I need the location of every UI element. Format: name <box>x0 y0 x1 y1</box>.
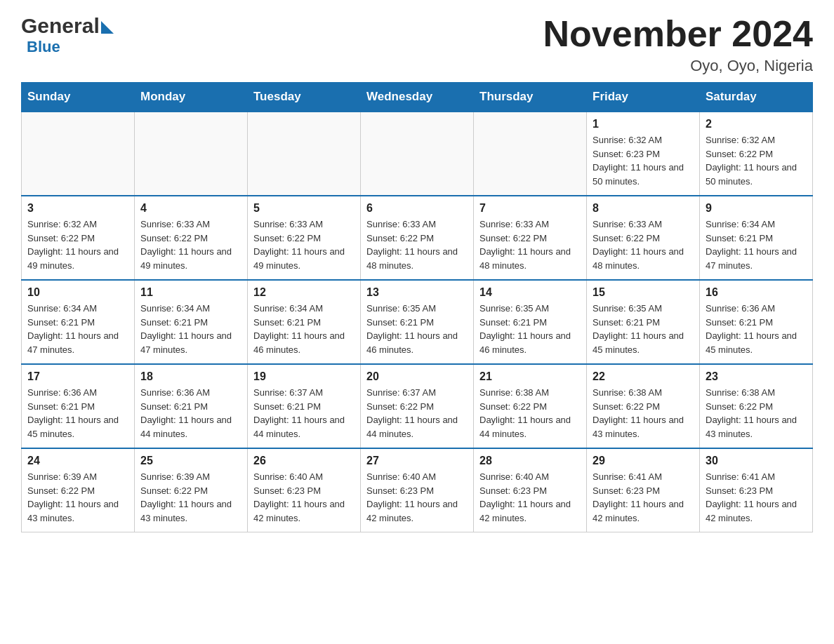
day-number: 16 <box>706 286 807 299</box>
logo-triangle-icon <box>101 21 114 34</box>
day-number: 13 <box>366 286 468 299</box>
day-info: Sunrise: 6:40 AM Sunset: 6:23 PM Dayligh… <box>366 470 468 525</box>
calendar-cell: 27Sunrise: 6:40 AM Sunset: 6:23 PM Dayli… <box>361 448 474 532</box>
day-number: 23 <box>706 370 807 383</box>
calendar-cell <box>474 112 587 196</box>
day-info: Sunrise: 6:33 AM Sunset: 6:22 PM Dayligh… <box>593 217 694 272</box>
day-number: 29 <box>593 455 694 467</box>
day-info: Sunrise: 6:38 AM Sunset: 6:22 PM Dayligh… <box>706 386 807 441</box>
day-number: 25 <box>140 455 241 467</box>
day-info: Sunrise: 6:38 AM Sunset: 6:22 PM Dayligh… <box>479 386 581 441</box>
day-number: 19 <box>253 370 355 383</box>
calendar-cell: 17Sunrise: 6:36 AM Sunset: 6:21 PM Dayli… <box>22 364 135 448</box>
day-info: Sunrise: 6:33 AM Sunset: 6:22 PM Dayligh… <box>366 217 468 272</box>
day-info: Sunrise: 6:36 AM Sunset: 6:21 PM Dayligh… <box>706 302 807 356</box>
logo-general-text: General <box>21 14 100 38</box>
day-info: Sunrise: 6:35 AM Sunset: 6:21 PM Dayligh… <box>366 302 468 356</box>
calendar-cell: 8Sunrise: 6:33 AM Sunset: 6:22 PM Daylig… <box>587 196 700 280</box>
header-saturday: Saturday <box>700 83 813 112</box>
day-number: 6 <box>366 202 468 215</box>
calendar-week-row: 10Sunrise: 6:34 AM Sunset: 6:21 PM Dayli… <box>22 280 813 364</box>
calendar-cell: 28Sunrise: 6:40 AM Sunset: 6:23 PM Dayli… <box>474 448 587 532</box>
calendar-cell: 19Sunrise: 6:37 AM Sunset: 6:21 PM Dayli… <box>248 364 361 448</box>
day-number: 11 <box>140 286 241 299</box>
day-info: Sunrise: 6:41 AM Sunset: 6:23 PM Dayligh… <box>706 470 807 525</box>
calendar-cell: 16Sunrise: 6:36 AM Sunset: 6:21 PM Dayli… <box>700 280 813 364</box>
calendar-cell: 24Sunrise: 6:39 AM Sunset: 6:22 PM Dayli… <box>22 448 135 532</box>
calendar-header-row: Sunday Monday Tuesday Wednesday Thursday… <box>22 83 813 112</box>
day-number: 28 <box>479 455 581 467</box>
calendar-cell <box>135 112 248 196</box>
day-number: 24 <box>27 455 128 467</box>
day-number: 10 <box>27 286 128 299</box>
day-info: Sunrise: 6:32 AM Sunset: 6:22 PM Dayligh… <box>706 133 807 188</box>
day-info: Sunrise: 6:34 AM Sunset: 6:21 PM Dayligh… <box>253 302 355 356</box>
calendar-cell: 12Sunrise: 6:34 AM Sunset: 6:21 PM Dayli… <box>248 280 361 364</box>
calendar-cell: 7Sunrise: 6:33 AM Sunset: 6:22 PM Daylig… <box>474 196 587 280</box>
day-info: Sunrise: 6:39 AM Sunset: 6:22 PM Dayligh… <box>27 470 128 525</box>
day-info: Sunrise: 6:32 AM Sunset: 6:22 PM Dayligh… <box>27 217 128 272</box>
day-number: 20 <box>366 370 468 383</box>
logo-blue-text: Blue <box>27 38 60 55</box>
day-number: 4 <box>140 202 241 215</box>
day-info: Sunrise: 6:38 AM Sunset: 6:22 PM Dayligh… <box>593 386 694 441</box>
day-number: 9 <box>706 202 807 215</box>
day-number: 8 <box>593 202 694 215</box>
day-number: 30 <box>706 455 807 467</box>
day-number: 17 <box>27 370 128 383</box>
day-info: Sunrise: 6:39 AM Sunset: 6:22 PM Dayligh… <box>140 470 241 525</box>
month-title: November 2024 <box>543 14 813 54</box>
title-block: November 2024 Oyo, Oyo, Nigeria <box>543 14 813 75</box>
calendar-cell: 11Sunrise: 6:34 AM Sunset: 6:21 PM Dayli… <box>135 280 248 364</box>
day-info: Sunrise: 6:33 AM Sunset: 6:22 PM Dayligh… <box>479 217 581 272</box>
day-number: 26 <box>253 455 355 467</box>
day-info: Sunrise: 6:40 AM Sunset: 6:23 PM Dayligh… <box>479 470 581 525</box>
calendar-cell: 23Sunrise: 6:38 AM Sunset: 6:22 PM Dayli… <box>700 364 813 448</box>
calendar-cell <box>361 112 474 196</box>
header-friday: Friday <box>587 83 700 112</box>
day-number: 3 <box>27 202 128 215</box>
header-monday: Monday <box>135 83 248 112</box>
page-header: General Blue November 2024 Oyo, Oyo, Nig… <box>21 14 813 75</box>
location-text: Oyo, Oyo, Nigeria <box>543 57 813 75</box>
calendar-week-row: 1Sunrise: 6:32 AM Sunset: 6:23 PM Daylig… <box>22 112 813 196</box>
header-tuesday: Tuesday <box>248 83 361 112</box>
day-info: Sunrise: 6:32 AM Sunset: 6:23 PM Dayligh… <box>593 133 694 188</box>
day-info: Sunrise: 6:34 AM Sunset: 6:21 PM Dayligh… <box>27 302 128 356</box>
day-number: 12 <box>253 286 355 299</box>
day-info: Sunrise: 6:33 AM Sunset: 6:22 PM Dayligh… <box>140 217 241 272</box>
header-sunday: Sunday <box>22 83 135 112</box>
calendar-cell: 3Sunrise: 6:32 AM Sunset: 6:22 PM Daylig… <box>22 196 135 280</box>
day-info: Sunrise: 6:37 AM Sunset: 6:22 PM Dayligh… <box>366 386 468 441</box>
day-info: Sunrise: 6:33 AM Sunset: 6:22 PM Dayligh… <box>253 217 355 272</box>
calendar-cell: 29Sunrise: 6:41 AM Sunset: 6:23 PM Dayli… <box>587 448 700 532</box>
calendar-table: Sunday Monday Tuesday Wednesday Thursday… <box>21 82 813 532</box>
day-info: Sunrise: 6:35 AM Sunset: 6:21 PM Dayligh… <box>593 302 694 356</box>
header-wednesday: Wednesday <box>361 83 474 112</box>
calendar-week-row: 17Sunrise: 6:36 AM Sunset: 6:21 PM Dayli… <box>22 364 813 448</box>
day-info: Sunrise: 6:36 AM Sunset: 6:21 PM Dayligh… <box>140 386 241 441</box>
day-number: 15 <box>593 286 694 299</box>
day-number: 1 <box>593 118 694 130</box>
day-number: 22 <box>593 370 694 383</box>
day-info: Sunrise: 6:36 AM Sunset: 6:21 PM Dayligh… <box>27 386 128 441</box>
calendar-cell: 25Sunrise: 6:39 AM Sunset: 6:22 PM Dayli… <box>135 448 248 532</box>
day-number: 27 <box>366 455 468 467</box>
day-info: Sunrise: 6:40 AM Sunset: 6:23 PM Dayligh… <box>253 470 355 525</box>
day-number: 2 <box>706 118 807 130</box>
day-number: 21 <box>479 370 581 383</box>
day-info: Sunrise: 6:35 AM Sunset: 6:21 PM Dayligh… <box>479 302 581 356</box>
calendar-cell: 18Sunrise: 6:36 AM Sunset: 6:21 PM Dayli… <box>135 364 248 448</box>
day-number: 18 <box>140 370 241 383</box>
day-info: Sunrise: 6:41 AM Sunset: 6:23 PM Dayligh… <box>593 470 694 525</box>
calendar-cell <box>248 112 361 196</box>
calendar-cell: 2Sunrise: 6:32 AM Sunset: 6:22 PM Daylig… <box>700 112 813 196</box>
calendar-cell <box>22 112 135 196</box>
calendar-cell: 20Sunrise: 6:37 AM Sunset: 6:22 PM Dayli… <box>361 364 474 448</box>
calendar-cell: 21Sunrise: 6:38 AM Sunset: 6:22 PM Dayli… <box>474 364 587 448</box>
calendar-cell: 6Sunrise: 6:33 AM Sunset: 6:22 PM Daylig… <box>361 196 474 280</box>
day-info: Sunrise: 6:37 AM Sunset: 6:21 PM Dayligh… <box>253 386 355 441</box>
calendar-cell: 10Sunrise: 6:34 AM Sunset: 6:21 PM Dayli… <box>22 280 135 364</box>
calendar-cell: 14Sunrise: 6:35 AM Sunset: 6:21 PM Dayli… <box>474 280 587 364</box>
day-number: 5 <box>253 202 355 215</box>
